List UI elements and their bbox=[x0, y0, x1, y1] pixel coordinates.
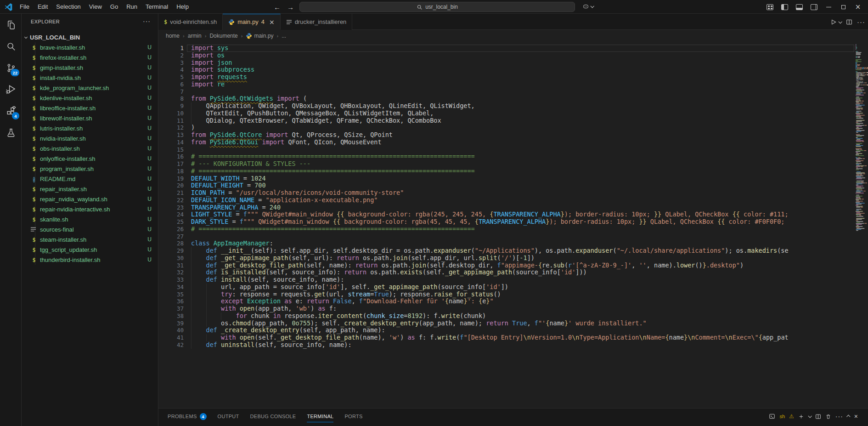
customize-layout-icon[interactable] bbox=[763, 1, 776, 13]
minimize-button[interactable] bbox=[822, 1, 835, 13]
breadcrumb-item-[interactable]: ... bbox=[282, 33, 286, 39]
sidebar-item-testing[interactable] bbox=[0, 122, 22, 143]
python-icon bbox=[246, 33, 252, 39]
run-dropdown-chevron-icon[interactable] bbox=[838, 20, 842, 23]
code-editor[interactable]: 1import sys2import os3import json4import… bbox=[158, 41, 855, 408]
breadcrumb-item-mainpy[interactable]: main.py bbox=[246, 33, 273, 39]
file-item-kdenlive-installer.sh[interactable]: $kdenlive-installer.shU bbox=[22, 93, 158, 103]
sidebar-item-run-debug[interactable] bbox=[0, 79, 22, 100]
file-item-librewolf-installer.sh[interactable]: $librewolf-installer.shU bbox=[22, 113, 158, 123]
file-item-libreoffice-installer.sh[interactable]: $libreoffice-installer.shU bbox=[22, 103, 158, 113]
file-item-steam-installer.sh[interactable]: $steam-installer.shU bbox=[22, 234, 158, 244]
python-icon bbox=[228, 19, 235, 25]
kill-terminal-icon[interactable] bbox=[825, 414, 831, 420]
tab-void-einrichten.sh[interactable]: $void-einrichten.sh bbox=[158, 14, 223, 30]
code-line: 34 url, app_path = source_info['id'], se… bbox=[158, 284, 855, 291]
split-editor-icon[interactable] bbox=[846, 19, 852, 25]
file-item-sources-final[interactable]: sources-finalU bbox=[22, 224, 158, 234]
code-line: 16# ====================================… bbox=[158, 153, 855, 160]
file-item-gimp-installer.sh[interactable]: $gimp-installer.shU bbox=[22, 62, 158, 73]
indent-guide bbox=[191, 247, 192, 255]
sidebar-item-search[interactable] bbox=[0, 35, 22, 57]
file-item-repair_nvidia_wayland.sh[interactable]: $repair_nvidia_wayland.shU bbox=[22, 194, 158, 204]
close-panel-icon[interactable]: × bbox=[854, 413, 858, 420]
line-number: 40 bbox=[158, 327, 184, 334]
copilot-menu[interactable] bbox=[582, 3, 593, 10]
file-item-brave-installer.sh[interactable]: $brave-installer.shU bbox=[22, 42, 158, 52]
more-actions-icon[interactable]: ··· bbox=[143, 17, 151, 25]
menu-item-view[interactable]: View bbox=[85, 2, 106, 12]
sidebar-item-source-control[interactable]: 22 bbox=[0, 57, 22, 79]
run-python-file-button[interactable] bbox=[830, 19, 837, 25]
file-item-kde_program_launcher.sh[interactable]: $kde_program_launcher.shU bbox=[22, 83, 158, 93]
tab-main.py[interactable]: main.py4× bbox=[223, 14, 281, 30]
menu-item-run[interactable]: Run bbox=[122, 2, 141, 12]
breadcrumb-item-armin[interactable]: armin bbox=[188, 33, 202, 39]
line-number: 23 bbox=[158, 204, 184, 211]
tab-label: main.py bbox=[237, 18, 259, 25]
maximize-panel-icon[interactable] bbox=[846, 415, 850, 418]
file-item-nvidia-installer.sh[interactable]: $nvidia-installer.shU bbox=[22, 133, 158, 143]
panel-tab-ports[interactable]: PORTS bbox=[344, 409, 362, 424]
shell-icon: $ bbox=[164, 19, 167, 25]
minimap[interactable] bbox=[855, 41, 868, 408]
menu-item-help[interactable]: Help bbox=[172, 2, 193, 12]
file-name: repair_nvidia_wayland.sh bbox=[40, 196, 107, 203]
line-number: 20 bbox=[158, 182, 184, 189]
file-item-repair-nvidia-interactive.sh[interactable]: $repair-nvidia-interactive.shU bbox=[22, 204, 158, 214]
code-line: 9 QApplication, QWidget, QVBoxLayout, QH… bbox=[158, 102, 855, 110]
maximize-button[interactable] bbox=[837, 1, 850, 13]
menu-item-file[interactable]: File bbox=[16, 2, 34, 12]
file-item-obs-installer.sh[interactable]: $obs-installer.shU bbox=[22, 143, 158, 153]
close-button[interactable]: × bbox=[851, 1, 864, 13]
command-center-search[interactable]: usr_local_bin bbox=[299, 2, 575, 12]
code-line: 18# ====================================… bbox=[158, 168, 855, 175]
file-item-tgg_script_updater.sh[interactable]: $tgg_script_updater.shU bbox=[22, 244, 158, 255]
split-terminal-icon[interactable] bbox=[815, 414, 821, 420]
sidebar-item-explorer[interactable] bbox=[0, 14, 22, 35]
toggle-sidebar-icon[interactable] bbox=[778, 1, 791, 13]
tab-drucker_installieren[interactable]: drucker_installieren bbox=[281, 14, 353, 30]
menu-item-go[interactable]: Go bbox=[106, 2, 122, 12]
code-line-text: class AppImageManager: bbox=[191, 240, 273, 247]
history-back-icon[interactable]: ← bbox=[274, 3, 281, 11]
menu-item-selection[interactable]: Selection bbox=[52, 2, 85, 12]
list-icon bbox=[30, 227, 38, 232]
file-item-lutris-installer.sh[interactable]: $lutris-installer.shU bbox=[22, 123, 158, 133]
file-name: steam-installer.sh bbox=[40, 236, 86, 243]
file-name: README.md bbox=[40, 176, 75, 182]
line-number: 9 bbox=[158, 102, 184, 110]
file-item-firefox-installer.sh[interactable]: $firefox-installer.shU bbox=[22, 52, 158, 62]
file-item-program_installer.sh[interactable]: $program_installer.shU bbox=[22, 164, 158, 174]
file-item-thunderbird-installer.sh[interactable]: $thunderbird-installer.shU bbox=[22, 255, 158, 265]
history-forward-icon[interactable]: → bbox=[287, 3, 294, 11]
search-icon bbox=[6, 41, 16, 51]
line-number: 14 bbox=[158, 139, 184, 146]
toggle-panel-icon[interactable] bbox=[793, 1, 806, 13]
indent-guide bbox=[206, 320, 207, 327]
vscode-window: FileEditSelectionViewGoRunTerminalHelp ←… bbox=[0, 0, 868, 426]
breadcrumb-item-home[interactable]: home bbox=[166, 33, 180, 39]
file-item-repair_installer.sh[interactable]: $repair_installer.shU bbox=[22, 184, 158, 194]
menu-item-edit[interactable]: Edit bbox=[34, 2, 52, 12]
panel-tab-output[interactable]: OUTPUT bbox=[218, 409, 239, 424]
toggle-secondary-sidebar-icon[interactable] bbox=[807, 1, 820, 13]
new-terminal-button[interactable] bbox=[798, 414, 804, 420]
git-untracked-badge: U bbox=[147, 176, 152, 182]
file-item-README.md[interactable]: iREADME.mdU bbox=[22, 174, 158, 184]
menu-item-terminal[interactable]: Terminal bbox=[141, 2, 172, 12]
breadcrumb-item-Dokumente[interactable]: Dokumente bbox=[209, 33, 237, 39]
terminal-dropdown-chevron-icon[interactable] bbox=[808, 414, 812, 418]
more-actions-icon[interactable]: ··· bbox=[857, 18, 865, 26]
file-item-onlyoffice-installer.sh[interactable]: $onlyoffice-installer.shU bbox=[22, 153, 158, 164]
more-actions-icon[interactable]: ··· bbox=[835, 413, 843, 420]
folder-root-row[interactable]: USR_LOCAL_BIN bbox=[22, 32, 158, 42]
code-line-text: def _get_desktop_file_path(self, name): … bbox=[191, 262, 744, 269]
panel-tab-terminal[interactable]: TERMINAL bbox=[307, 409, 333, 424]
file-item-skanlite.sh[interactable]: $skanlite.shU bbox=[22, 214, 158, 224]
panel-tab-problems[interactable]: PROBLEMS4 bbox=[168, 409, 207, 424]
close-icon[interactable]: × bbox=[269, 18, 275, 26]
sidebar-item-extensions[interactable]: 4 bbox=[0, 100, 22, 122]
file-item-install-nvidia.sh[interactable]: $install-nvidia.shU bbox=[22, 73, 158, 83]
panel-tab-debug-console[interactable]: DEBUG CONSOLE bbox=[250, 409, 296, 424]
